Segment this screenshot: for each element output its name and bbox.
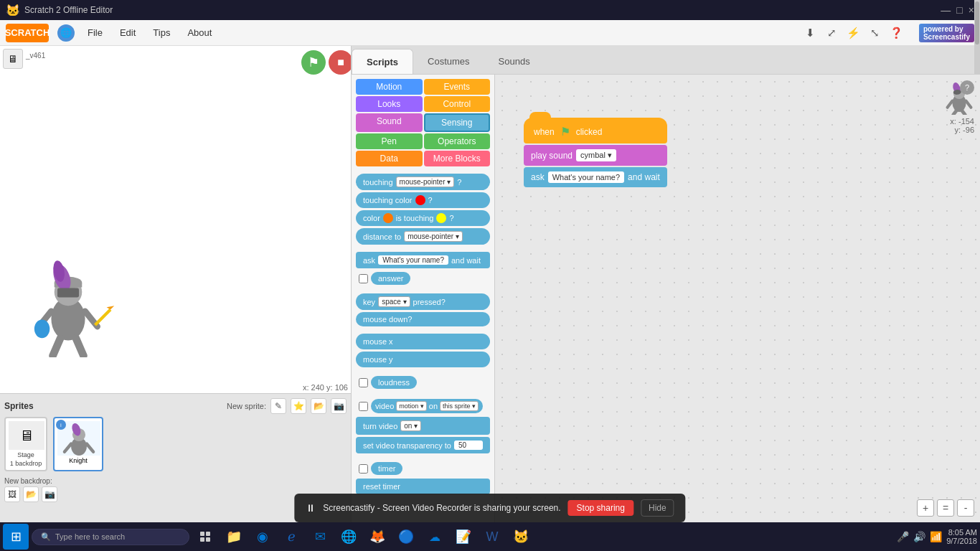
taskbar-cat-icon[interactable]: 🐱 [508, 524, 534, 550]
block-timer[interactable]: timer [371, 462, 402, 475]
taskbar-ie-icon[interactable]: ℯ [278, 524, 304, 550]
block-video-dropdown1[interactable]: motion ▾ [396, 401, 427, 411]
block-touching-color[interactable]: touching color ? [356, 192, 490, 208]
block-mouse-x[interactable]: mouse x [356, 334, 490, 349]
maximize-button[interactable]: □ [956, 4, 962, 16]
block-video-motion[interactable]: video motion ▾ on this sprite ▾ [371, 399, 483, 413]
block-mouse-down[interactable]: mouse down? [356, 312, 490, 326]
block-answer[interactable]: answer [371, 272, 410, 285]
ws-cymbal-dropdown[interactable]: cymbal ▾ [576, 149, 616, 161]
category-data[interactable]: Data [356, 151, 423, 166]
block-key-pressed[interactable]: key space ▾ pressed? [356, 293, 490, 310]
green-flag-button[interactable]: ⚑ [301, 50, 326, 75]
taskbar-outlook-icon[interactable]: ✉ [307, 524, 333, 550]
zoom-fit-button[interactable]: = [937, 499, 954, 517]
ws-ask-input[interactable]: What's your name? [548, 171, 624, 183]
tab-sounds[interactable]: Sounds [484, 49, 545, 74]
block-turn-video[interactable]: turn video on ▾ [356, 417, 490, 435]
block-video-transparency[interactable]: set video transparency to 50 [356, 437, 490, 453]
minimize-button[interactable]: — [941, 4, 951, 16]
ws-block-hat[interactable]: when ⚑ clicked [524, 118, 667, 143]
category-sound[interactable]: Sound [356, 113, 423, 132]
block-touching[interactable]: touching mouse-pointer ▾ ? [356, 174, 490, 190]
upload-sprite-button[interactable]: 📂 [311, 398, 326, 414]
ws-block-ask-wait[interactable]: ask What's your name? and wait [524, 167, 667, 187]
category-pen[interactable]: Pen [356, 133, 423, 149]
taskbar-word-icon[interactable]: W [479, 524, 505, 550]
upload-backdrop-button[interactable]: 📂 [23, 486, 39, 502]
block-turn-video-dropdown[interactable]: on ▾ [400, 420, 421, 431]
close-button[interactable]: × [969, 4, 974, 16]
taskbar-volume-icon[interactable]: 🔊 [913, 531, 925, 542]
search-input[interactable]: Type here to search [55, 532, 125, 541]
block-loudness[interactable]: loudness [371, 376, 417, 389]
task-view-button[interactable] [192, 524, 218, 550]
stop-sharing-button[interactable]: Stop sharing [568, 500, 633, 516]
taskbar-network-status-icon[interactable]: 📶 [930, 531, 942, 542]
block-video-checkbox[interactable] [359, 402, 368, 411]
workspace-info-icon[interactable]: ? [960, 80, 974, 95]
block-distance-to[interactable]: distance to mouse-pointer ▾ [356, 228, 490, 245]
block-ask-input[interactable]: What's your name? [378, 255, 448, 265]
block-ask-wait[interactable]: ask What's your name? and wait [356, 252, 490, 268]
category-looks[interactable]: Looks [356, 96, 423, 112]
block-video-transparency-input[interactable]: 50 [454, 441, 483, 450]
tab-scripts[interactable]: Scripts [352, 49, 413, 74]
taskbar-network-icon[interactable]: 🌐 [336, 524, 362, 550]
block-answer-checkbox[interactable] [359, 274, 368, 283]
block-timer-checkbox[interactable] [359, 464, 368, 474]
about-menu[interactable]: About [180, 24, 219, 41]
block-color-swatch2[interactable] [436, 213, 446, 223]
taskbar-edge-icon[interactable]: ◉ [250, 524, 275, 550]
zoom-out-button[interactable]: - [957, 499, 974, 517]
paint-sprite-button[interactable]: ✎ [270, 398, 286, 414]
edit-menu[interactable]: Edit [113, 24, 143, 41]
camera-backdrop-button[interactable]: 📷 [42, 486, 57, 502]
sprite-info-badge[interactable]: i [56, 420, 66, 430]
language-button[interactable]: 🌐 [57, 24, 75, 42]
block-color-touching[interactable]: color is touching ? [356, 210, 490, 226]
stop-button[interactable]: ■ [329, 50, 351, 75]
script-workspace[interactable]: x: -154 y: -96 ? when ⚑ clicked play sou… [495, 75, 980, 522]
category-operators[interactable]: Operators [424, 133, 491, 149]
new-sprite-button[interactable]: ⭐ [291, 398, 306, 414]
download-icon[interactable]: ⬇ [803, 25, 819, 41]
category-more-blocks[interactable]: More Blocks [424, 151, 491, 166]
category-events[interactable]: Events [424, 79, 491, 95]
taskbar-clock[interactable]: 8:05 AM 9/7/2018 [946, 528, 977, 545]
paint-backdrop-button[interactable]: 🖼 [4, 486, 20, 502]
block-video-dropdown2[interactable]: this sprite ▾ [440, 401, 479, 411]
block-loudness-checkbox[interactable] [359, 378, 368, 387]
block-mouse-y[interactable]: mouse y [356, 352, 490, 367]
help-icon[interactable]: ❓ [889, 25, 905, 41]
stage-thumbnail[interactable]: 🖥 Stage 1 backdrop [4, 417, 47, 471]
block-reset-timer[interactable]: reset timer [356, 479, 490, 494]
turbo-icon[interactable]: ⚡ [846, 25, 862, 41]
block-distance-dropdown[interactable]: mouse-pointer ▾ [404, 231, 463, 242]
block-key-dropdown[interactable]: space ▾ [378, 296, 410, 307]
hide-screencastify-button[interactable]: Hide [641, 499, 674, 517]
taskbar-onedrive-icon[interactable]: ☁ [422, 524, 448, 550]
file-menu[interactable]: File [80, 24, 110, 41]
taskbar-chrome-icon[interactable]: 🔵 [393, 524, 419, 550]
category-sensing[interactable]: Sensing [424, 113, 491, 132]
taskbar-mic-icon[interactable]: 🎤 [897, 531, 909, 542]
category-control[interactable]: Control [424, 96, 491, 112]
expand-icon[interactable]: ⤡ [867, 25, 883, 41]
taskbar-firefox-icon[interactable]: 🦊 [364, 524, 390, 550]
category-motion[interactable]: Motion [356, 79, 423, 95]
camera-sprite-button[interactable]: 📷 [331, 398, 347, 414]
block-touching-dropdown[interactable]: mouse-pointer ▾ [396, 176, 455, 187]
block-touching-color-swatch[interactable] [415, 195, 425, 205]
ws-block-play-sound[interactable]: play sound cymbal ▾ [524, 145, 667, 166]
block-color-swatch1[interactable] [383, 213, 393, 223]
zoom-in-button[interactable]: + [917, 499, 934, 517]
taskbar-explorer-icon[interactable]: 📁 [221, 524, 247, 550]
tab-costumes[interactable]: Costumes [413, 49, 484, 74]
tips-menu[interactable]: Tips [146, 24, 177, 41]
taskbar-onenote-icon[interactable]: 📝 [451, 524, 476, 550]
fullscreen-icon[interactable]: ⤢ [824, 25, 840, 41]
knight-sprite-thumbnail[interactable]: i Knight [53, 417, 103, 471]
taskbar-search[interactable]: 🔍 Type here to search [32, 529, 189, 545]
start-button[interactable]: ⊞ [3, 524, 29, 550]
